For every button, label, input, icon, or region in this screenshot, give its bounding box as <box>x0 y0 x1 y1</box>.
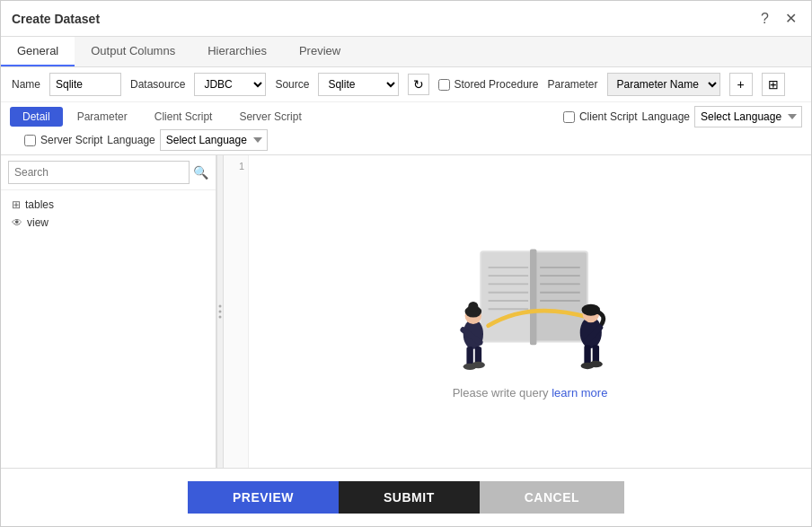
svg-point-23 <box>472 361 485 367</box>
learn-more-link[interactable]: learn more <box>552 386 607 400</box>
line-number-1: 1 <box>239 161 244 171</box>
refresh-button[interactable]: ↻ <box>408 74 429 95</box>
splitter-dots <box>219 305 222 319</box>
parameter-name-select[interactable]: Parameter Name <box>607 73 720 96</box>
server-script-checkbox-label: Server Script <box>40 134 102 146</box>
main-content: 🔍 ⊞ tables 👁 view <box>1 155 811 468</box>
empty-text: Please write query <box>453 386 549 400</box>
form-row: Name Datasource JDBC REST CSV Source Sql… <box>1 67 811 102</box>
tree-list: ⊞ tables 👁 view <box>1 190 216 237</box>
svg-point-31 <box>589 360 603 366</box>
client-lang-label: Language <box>642 110 690 123</box>
tab-general[interactable]: General <box>1 37 75 66</box>
help-button[interactable]: ? <box>757 9 772 29</box>
datasource-select[interactable]: JDBC REST CSV <box>194 73 266 96</box>
name-input[interactable] <box>49 73 121 96</box>
grid-button[interactable]: ⊞ <box>762 73 785 96</box>
tree-item-tables-label: tables <box>25 198 54 211</box>
server-lang-label: Language <box>107 134 154 146</box>
server-script-group: Server Script Language Select Language <box>24 129 268 151</box>
svg-point-18 <box>468 301 478 311</box>
right-panel: Please write query learn more <box>249 155 811 468</box>
dialog-footer: PREVIEW SUBMIT CANCEL <box>1 468 811 526</box>
cancel-button[interactable]: CANCEL <box>480 481 624 514</box>
tab-preview[interactable]: Preview <box>283 37 357 66</box>
tree-item-tables[interactable]: ⊞ tables <box>8 196 208 214</box>
search-input[interactable] <box>8 161 190 184</box>
tree-item-view-label: view <box>27 216 49 229</box>
preview-button[interactable]: PREVIEW <box>188 481 339 514</box>
create-dataset-dialog: Create Dataset ? ✕ General Output Column… <box>0 0 812 527</box>
add-param-button[interactable]: + <box>729 73 753 96</box>
titlebar: Create Dataset ? ✕ <box>1 1 811 37</box>
main-tabs: General Output Columns Hierarchies Previ… <box>1 37 811 67</box>
panel-splitter[interactable] <box>216 155 224 468</box>
line-numbers: 1 <box>224 155 249 468</box>
client-script-checkbox-label: Client Script <box>579 110 638 123</box>
client-lang-select[interactable]: Select Language <box>694 106 802 127</box>
stored-procedure-label: Stored Procedure <box>454 78 538 91</box>
datasource-label: Datasource <box>130 78 185 91</box>
search-icon-button[interactable]: 🔍 <box>193 165 208 180</box>
subtab-client-script[interactable]: Client Script <box>142 107 225 127</box>
parameter-label: Parameter <box>547 78 597 91</box>
subtab-detail[interactable]: Detail <box>10 107 63 127</box>
dialog-title: Create Dataset <box>12 12 100 26</box>
search-box: 🔍 <box>1 155 216 190</box>
svg-rect-3 <box>530 249 536 345</box>
svg-rect-2 <box>535 252 587 340</box>
left-panel: 🔍 ⊞ tables 👁 view <box>1 155 216 468</box>
tab-output-columns[interactable]: Output Columns <box>75 37 191 66</box>
empty-illustration <box>413 224 647 377</box>
tree-item-view[interactable]: 👁 view <box>8 214 208 232</box>
code-area: 1 <box>224 155 811 468</box>
client-script-checkbox[interactable] <box>563 111 575 123</box>
close-button[interactable]: ✕ <box>781 8 800 29</box>
server-script-checkbox[interactable] <box>24 135 36 146</box>
empty-message: Please write query learn more <box>453 386 608 400</box>
submit-button[interactable]: SUBMIT <box>339 481 480 514</box>
client-script-group: Client Script Language Select Language <box>563 106 802 127</box>
source-label: Source <box>275 78 309 91</box>
stored-procedure-checkbox[interactable] <box>438 79 450 91</box>
view-icon: 👁 <box>12 216 22 229</box>
stored-procedure-checkbox-label: Stored Procedure <box>438 78 538 91</box>
subtab-server-script[interactable]: Server Script <box>226 107 313 127</box>
titlebar-actions: ? ✕ <box>757 8 800 29</box>
subtabs-row: Detail Parameter Client Script Server Sc… <box>1 102 811 155</box>
name-label: Name <box>12 78 40 91</box>
subtab-parameter[interactable]: Parameter <box>65 107 140 127</box>
source-select[interactable]: Sqlite MySQL PostgreSQL <box>318 73 399 96</box>
right-panel-inner: Please write query learn more <box>267 173 793 450</box>
table-icon: ⊞ <box>12 198 21 211</box>
server-lang-select[interactable]: Select Language <box>160 129 268 151</box>
tab-hierarchies[interactable]: Hierarchies <box>191 37 283 66</box>
